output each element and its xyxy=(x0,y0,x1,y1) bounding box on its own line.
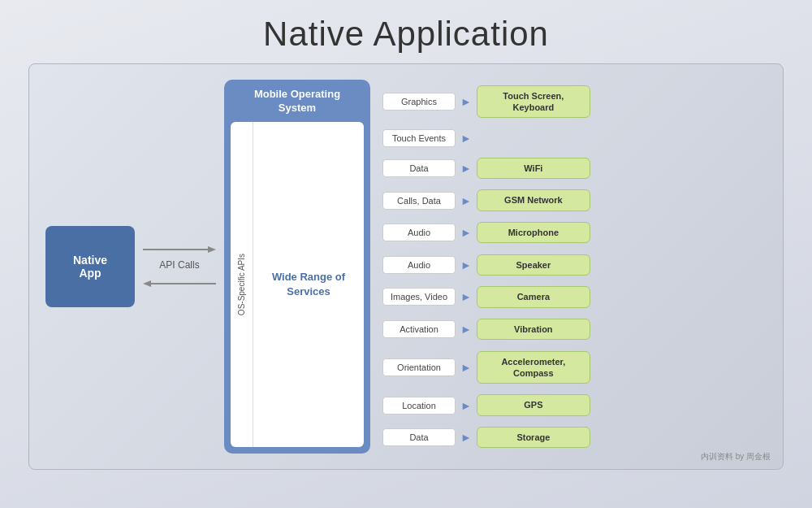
arrow-chevron-8: ► xyxy=(460,323,472,336)
service-label-images-video: Images, Video xyxy=(382,288,456,306)
service-row-location: Location ► GPS xyxy=(382,394,760,415)
hardware-speaker: Speaker xyxy=(477,254,590,276)
os-specific-apis-column: OS-Specific APIs xyxy=(231,122,253,447)
service-label-location: Location xyxy=(382,397,456,415)
api-calls-label: API Calls xyxy=(159,259,199,271)
service-row-touch-events: Touch Events ► xyxy=(382,129,760,147)
service-label-audio-speaker: Audio xyxy=(382,256,456,274)
hardware-touch-screen: Touch Screen,Keyboard xyxy=(477,85,590,119)
arrow-chevron-11: ► xyxy=(460,431,472,444)
service-label-orientation: Orientation xyxy=(382,358,456,376)
api-calls-section: API Calls xyxy=(135,241,224,292)
service-label-touch-events: Touch Events xyxy=(382,129,456,147)
service-row-graphics: Graphics ► Touch Screen,Keyboard xyxy=(382,85,760,119)
service-row-images-video: Images, Video ► Camera xyxy=(382,286,760,307)
service-row-calls-data: Calls, Data ► GSM Network xyxy=(382,189,760,211)
svg-marker-3 xyxy=(143,280,151,287)
arrow-chevron-3: ► xyxy=(460,162,472,175)
os-specific-apis-label: OS-Specific APIs xyxy=(237,254,246,315)
service-label-audio-mic: Audio xyxy=(382,224,456,241)
mobile-os-title: Mobile OperatingSystem xyxy=(254,88,340,115)
hardware-camera: Camera xyxy=(477,286,590,307)
arrow-chevron-1: ► xyxy=(460,95,472,108)
arrow-chevron-5: ► xyxy=(460,226,472,239)
service-row-audio-mic: Audio ► Microphone xyxy=(382,222,760,243)
services-section: Graphics ► Touch Screen,Keyboard Touch E… xyxy=(370,80,767,454)
arrows-group: API Calls xyxy=(143,241,216,292)
page-title: Native Application xyxy=(263,15,549,54)
service-row-data-wifi: Data ► WiFi xyxy=(382,158,760,179)
service-row-audio-speaker: Audio ► Speaker xyxy=(382,254,760,276)
service-row-orientation: Orientation ► Accelerometer,Compass xyxy=(382,351,760,384)
arrow-chevron-10: ► xyxy=(460,399,472,412)
service-label-graphics: Graphics xyxy=(382,93,456,111)
mobile-os-container: Mobile OperatingSystem OS-Specific APIs … xyxy=(224,80,370,454)
service-label-data-storage: Data xyxy=(382,428,456,446)
service-label-calls-data: Calls, Data xyxy=(382,192,456,210)
mobile-os-inner: OS-Specific APIs Wide Range ofServices xyxy=(231,122,364,447)
arrow-chevron-2: ► xyxy=(460,132,472,145)
service-row-activation: Activation ► Vibration xyxy=(382,319,760,340)
service-label-data: Data xyxy=(382,159,456,177)
arrow-chevron-9: ► xyxy=(460,361,472,374)
service-label-activation: Activation xyxy=(382,320,456,338)
hardware-vibration: Vibration xyxy=(477,319,590,340)
diagram-container: NativeApp API Calls Mobile OperatingSyst… xyxy=(28,63,784,470)
hardware-wifi: WiFi xyxy=(477,158,590,179)
arrow-chevron-4: ► xyxy=(460,194,472,207)
wide-range-label: Wide Range ofServices xyxy=(253,122,364,447)
hardware-gps: GPS xyxy=(477,394,590,415)
native-app-box: NativeApp xyxy=(45,226,135,307)
watermark: 内训资料 by 周金根 xyxy=(701,451,771,462)
hardware-gsm: GSM Network xyxy=(477,189,590,211)
hardware-microphone: Microphone xyxy=(477,222,590,243)
arrow-chevron-6: ► xyxy=(460,258,472,271)
hardware-accelerometer: Accelerometer,Compass xyxy=(477,351,590,384)
arrow-left xyxy=(143,277,216,290)
arrow-right xyxy=(143,243,216,256)
svg-marker-1 xyxy=(208,246,216,253)
hardware-storage: Storage xyxy=(477,427,590,448)
service-row-data-storage: Data ► Storage xyxy=(382,427,760,448)
native-app-label: NativeApp xyxy=(73,254,107,280)
arrow-chevron-7: ► xyxy=(460,290,472,303)
